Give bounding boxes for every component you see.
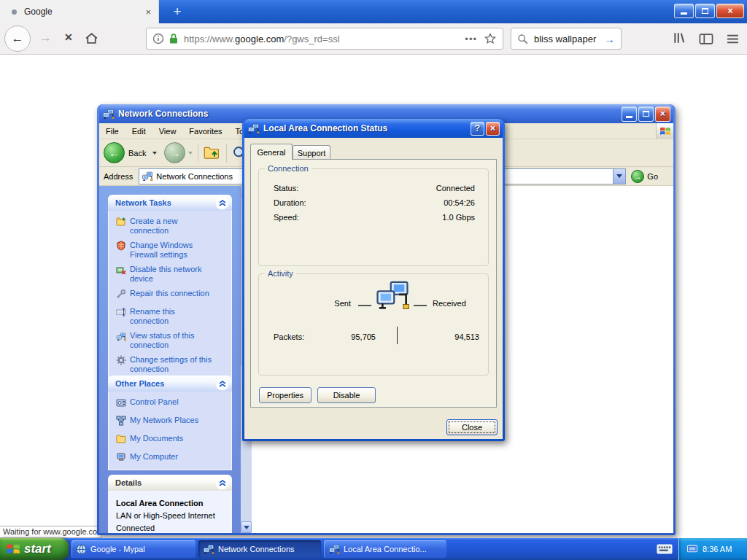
forward-dropdown-icon[interactable]	[188, 152, 193, 155]
duration-label: Duration:	[274, 198, 306, 207]
library-button[interactable]	[673, 31, 686, 47]
details-panel: Details Local Area Connection LAN or Hig…	[108, 475, 232, 533]
close-button[interactable]: ×	[486, 122, 500, 136]
dialog-titlebar[interactable]: Local Area Connection Status ? ×	[244, 119, 503, 138]
received-link-line	[414, 305, 427, 306]
forward-icon: →	[164, 142, 185, 163]
address-location-icon	[142, 171, 153, 182]
network-tasks-header[interactable]: Network Tasks	[108, 195, 232, 211]
search-go-icon[interactable]: →	[604, 33, 615, 45]
other-places-body: Control Panel My Network Places My Docum…	[108, 392, 232, 470]
minimize-button[interactable]	[674, 4, 694, 18]
scroll-down-button[interactable]	[241, 521, 252, 533]
network-tray-icon[interactable]	[686, 545, 698, 554]
browser-titlebar: Google × + ×	[0, 0, 747, 23]
tab-close-icon[interactable]: ×	[145, 7, 151, 18]
stop-button[interactable]: ✕	[64, 31, 73, 43]
taskbar-item-mypal[interactable]: Google - Mypal	[71, 540, 196, 558]
link-my-network-places[interactable]: My Network Places	[116, 416, 228, 429]
language-bar[interactable]	[657, 544, 673, 557]
back-dropdown-icon[interactable]	[152, 152, 157, 155]
task-disable-device[interactable]: Disable this network device	[116, 265, 228, 284]
tab-general[interactable]: General	[250, 144, 293, 160]
chevron-up-icon	[219, 480, 226, 486]
menu-file[interactable]: File	[99, 123, 125, 139]
link-control-panel[interactable]: Control Panel	[116, 397, 228, 411]
bookmark-star-icon[interactable]	[484, 33, 496, 44]
site-info-icon[interactable]	[152, 33, 164, 44]
help-button[interactable]: ?	[471, 122, 484, 136]
collapse-button[interactable]	[216, 477, 228, 489]
disable-button[interactable]: Disable	[317, 387, 376, 403]
collapse-button[interactable]	[216, 197, 228, 209]
activity-computers-icon	[374, 280, 411, 314]
browser-tab[interactable]: Google ×	[0, 0, 159, 23]
search-input[interactable]: bliss wallpaper	[534, 34, 596, 44]
details-connection-name: Local Area Connection	[116, 497, 227, 510]
maximize-button[interactable]	[638, 106, 654, 122]
search-bar[interactable]: bliss wallpaper →	[511, 28, 622, 50]
up-button[interactable]	[204, 145, 221, 161]
close-button[interactable]: ×	[655, 106, 670, 122]
taskbar-item-lan-status[interactable]: Local Area Connectio...	[324, 540, 446, 558]
browser-window-controls: ×	[674, 4, 744, 18]
menu-edit[interactable]: Edit	[125, 123, 152, 139]
dialog-controls: ? ×	[471, 122, 500, 136]
lock-icon[interactable]	[169, 33, 178, 44]
url-bar[interactable]: https://www.google.com/?gws_rd=ssl •••	[146, 28, 503, 50]
tab-favicon	[12, 9, 17, 15]
status-row: Status: Connected	[259, 181, 488, 195]
arrow-down-icon	[244, 526, 249, 529]
start-label: start	[24, 542, 51, 556]
sidebar-toggle-button[interactable]	[699, 34, 713, 47]
packets-label: Packets:	[274, 332, 304, 341]
menu-favorites[interactable]: Favorites	[182, 123, 228, 139]
chevron-up-icon	[219, 200, 226, 206]
tab-support[interactable]: Support	[293, 145, 330, 160]
speed-value: 1.0 Gbps	[442, 213, 475, 222]
page-actions-icon[interactable]: •••	[465, 34, 477, 44]
general-tab-panel: Connection Status: Connected Duration: 0…	[250, 159, 497, 408]
task-repair-connection[interactable]: Repair this connection	[116, 289, 228, 302]
collapse-button[interactable]	[216, 378, 228, 390]
desktop: Google × + × ← → ✕ https://www.google.co…	[0, 0, 747, 560]
link-my-documents[interactable]: My Documents	[116, 434, 228, 447]
task-rename-connection[interactable]: Rename this connection	[116, 307, 228, 326]
close-button[interactable]: ×	[716, 4, 744, 18]
start-button[interactable]: start	[0, 538, 69, 560]
close-dialog-button[interactable]: Close	[446, 419, 498, 435]
link-my-computer[interactable]: My Computer	[116, 452, 228, 465]
properties-button[interactable]: Properties	[259, 387, 311, 403]
task-firewall-settings[interactable]: Change Windows Firewall settings	[116, 241, 228, 260]
other-places-header[interactable]: Other Places	[108, 376, 232, 392]
firewall-shield-icon	[116, 241, 126, 254]
packets-divider	[397, 327, 398, 344]
browser-navbar: ← → ✕ https://www.google.com/?gws_rd=ssl…	[0, 23, 747, 55]
task-create-connection[interactable]: Create a new connection	[116, 217, 228, 236]
menu-button[interactable]	[727, 34, 739, 47]
details-header[interactable]: Details	[108, 475, 232, 491]
back-button[interactable]: ←	[4, 26, 31, 52]
forward-button[interactable]: →	[164, 142, 193, 163]
folder-up-icon	[204, 145, 221, 161]
url-path: /?gws_rd=ssl	[284, 34, 339, 44]
new-tab-button[interactable]: +	[166, 0, 188, 23]
restore-button[interactable]	[695, 4, 715, 18]
activity-group-title: Activity	[265, 269, 296, 278]
go-button[interactable]: → Go	[631, 170, 658, 183]
task-change-settings[interactable]: Change settings of this connection	[116, 355, 228, 374]
taskbar-item-network-connections[interactable]: Network Connections	[198, 540, 321, 558]
details-connection-status: Connected	[116, 522, 227, 533]
menu-view[interactable]: View	[152, 123, 183, 139]
status-value: Connected	[436, 184, 475, 192]
task-view-status[interactable]: View status of this connection	[116, 331, 228, 350]
toolbar-separator	[198, 144, 198, 163]
details-title: Details	[115, 478, 142, 487]
clock[interactable]: 8:36 AM	[703, 545, 732, 553]
address-dropdown-button[interactable]	[613, 169, 625, 184]
minimize-button[interactable]	[622, 106, 637, 122]
back-button[interactable]: ← Back	[104, 142, 157, 163]
forward-button[interactable]: →	[39, 31, 52, 45]
toolbar-separator	[226, 144, 227, 163]
home-button[interactable]	[85, 32, 98, 47]
